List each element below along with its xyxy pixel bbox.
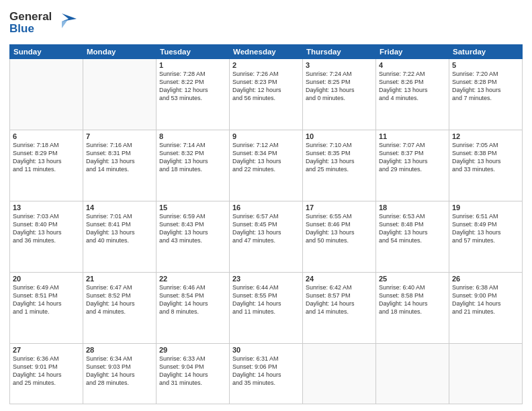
calendar-cell <box>303 343 376 404</box>
cell-info: Sunrise: 6:44 AMSunset: 8:55 PMDaylight:… <box>232 283 300 316</box>
calendar-cell: 21Sunrise: 6:47 AMSunset: 8:52 PMDayligh… <box>83 272 157 343</box>
svg-text:General: General <box>9 10 52 23</box>
col-header-wednesday: Wednesday <box>230 45 303 59</box>
day-number: 7 <box>86 132 153 140</box>
col-header-friday: Friday <box>376 45 449 59</box>
calendar-cell: 12Sunrise: 7:05 AMSunset: 8:38 PMDayligh… <box>449 130 523 201</box>
day-number: 22 <box>159 275 226 283</box>
calendar-cell: 25Sunrise: 6:40 AMSunset: 8:58 PMDayligh… <box>376 272 449 343</box>
week-row-2: 6Sunrise: 7:18 AMSunset: 8:29 PMDaylight… <box>10 130 523 201</box>
cell-info: Sunrise: 7:07 AMSunset: 8:37 PMDaylight:… <box>379 141 446 174</box>
cell-info: Sunrise: 7:12 AMSunset: 8:34 PMDaylight:… <box>232 141 300 174</box>
calendar-cell <box>376 343 449 404</box>
calendar-cell: 24Sunrise: 6:42 AMSunset: 8:57 PMDayligh… <box>303 272 376 343</box>
cell-info: Sunrise: 6:40 AMSunset: 8:58 PMDaylight:… <box>379 283 446 316</box>
cell-info: Sunrise: 7:05 AMSunset: 8:38 PMDaylight:… <box>452 141 519 174</box>
calendar-cell: 22Sunrise: 6:46 AMSunset: 8:54 PMDayligh… <box>157 272 230 343</box>
calendar-cell: 27Sunrise: 6:36 AMSunset: 9:01 PMDayligh… <box>10 343 83 404</box>
week-row-1: 1Sunrise: 7:28 AMSunset: 8:22 PMDaylight… <box>10 59 523 130</box>
cell-info: Sunrise: 6:38 AMSunset: 9:00 PMDaylight:… <box>452 283 519 316</box>
logo-text: General Blue <box>9 7 83 39</box>
col-header-thursday: Thursday <box>303 45 376 59</box>
calendar-cell: 30Sunrise: 6:31 AMSunset: 9:06 PMDayligh… <box>230 343 303 404</box>
day-number: 10 <box>306 132 373 140</box>
cell-info: Sunrise: 6:55 AMSunset: 8:46 PMDaylight:… <box>306 212 373 245</box>
cell-info: Sunrise: 7:10 AMSunset: 8:35 PMDaylight:… <box>306 141 373 174</box>
cell-info: Sunrise: 6:33 AMSunset: 9:04 PMDaylight:… <box>159 355 226 387</box>
svg-text:Blue: Blue <box>9 22 34 35</box>
day-number: 8 <box>159 132 226 140</box>
day-number: 2 <box>232 61 300 69</box>
day-number: 14 <box>86 203 153 212</box>
day-number: 20 <box>13 275 80 283</box>
day-number: 9 <box>232 132 300 140</box>
calendar-cell: 1Sunrise: 7:28 AMSunset: 8:22 PMDaylight… <box>157 59 230 130</box>
calendar-cell: 18Sunrise: 6:53 AMSunset: 8:48 PMDayligh… <box>376 201 449 272</box>
calendar-cell: 2Sunrise: 7:26 AMSunset: 8:23 PMDaylight… <box>230 59 303 130</box>
calendar-body: 1Sunrise: 7:28 AMSunset: 8:22 PMDaylight… <box>10 59 523 404</box>
cell-info: Sunrise: 7:28 AMSunset: 8:22 PMDaylight:… <box>159 70 226 103</box>
calendar-cell: 10Sunrise: 7:10 AMSunset: 8:35 PMDayligh… <box>303 130 376 201</box>
calendar-cell: 23Sunrise: 6:44 AMSunset: 8:55 PMDayligh… <box>230 272 303 343</box>
calendar-cell: 8Sunrise: 7:14 AMSunset: 8:32 PMDaylight… <box>157 130 230 201</box>
day-number: 24 <box>306 275 373 283</box>
day-number: 1 <box>159 61 226 69</box>
cell-info: Sunrise: 6:49 AMSunset: 8:51 PMDaylight:… <box>13 283 80 316</box>
col-header-monday: Monday <box>83 45 157 59</box>
calendar-cell: 3Sunrise: 7:24 AMSunset: 8:25 PMDaylight… <box>303 59 376 130</box>
cell-info: Sunrise: 6:42 AMSunset: 8:57 PMDaylight:… <box>306 283 373 316</box>
day-number: 11 <box>379 132 446 140</box>
week-row-4: 20Sunrise: 6:49 AMSunset: 8:51 PMDayligh… <box>10 272 523 343</box>
calendar-cell: 26Sunrise: 6:38 AMSunset: 9:00 PMDayligh… <box>449 272 523 343</box>
cell-info: Sunrise: 7:16 AMSunset: 8:31 PMDaylight:… <box>86 141 153 174</box>
col-header-saturday: Saturday <box>449 45 523 59</box>
logo: General Blue <box>9 7 83 39</box>
calendar-cell: 28Sunrise: 6:34 AMSunset: 9:03 PMDayligh… <box>83 343 157 404</box>
cell-info: Sunrise: 6:47 AMSunset: 8:52 PMDaylight:… <box>86 283 153 316</box>
calendar-cell: 11Sunrise: 7:07 AMSunset: 8:37 PMDayligh… <box>376 130 449 201</box>
cell-info: Sunrise: 6:46 AMSunset: 8:54 PMDaylight:… <box>159 283 226 316</box>
day-number: 6 <box>13 132 80 140</box>
calendar-cell: 9Sunrise: 7:12 AMSunset: 8:34 PMDaylight… <box>230 130 303 201</box>
calendar-cell: 7Sunrise: 7:16 AMSunset: 8:31 PMDaylight… <box>83 130 157 201</box>
cell-info: Sunrise: 6:51 AMSunset: 8:49 PMDaylight:… <box>452 212 519 245</box>
cell-info: Sunrise: 7:26 AMSunset: 8:23 PMDaylight:… <box>232 70 300 103</box>
header: General Blue <box>9 7 523 39</box>
calendar-cell <box>449 343 523 404</box>
cell-info: Sunrise: 7:18 AMSunset: 8:29 PMDaylight:… <box>13 141 80 174</box>
calendar-table: SundayMondayTuesdayWednesdayThursdayFrid… <box>9 44 523 404</box>
svg-marker-2 <box>62 13 77 21</box>
calendar-cell <box>83 59 157 130</box>
day-number: 30 <box>232 346 300 354</box>
day-number: 17 <box>306 203 373 212</box>
calendar-cell: 6Sunrise: 7:18 AMSunset: 8:29 PMDaylight… <box>10 130 83 201</box>
cell-info: Sunrise: 6:34 AMSunset: 9:03 PMDaylight:… <box>86 355 153 387</box>
calendar-cell: 29Sunrise: 6:33 AMSunset: 9:04 PMDayligh… <box>157 343 230 404</box>
cell-info: Sunrise: 7:22 AMSunset: 8:26 PMDaylight:… <box>379 70 446 103</box>
col-header-sunday: Sunday <box>10 45 83 59</box>
cell-info: Sunrise: 6:57 AMSunset: 8:45 PMDaylight:… <box>232 212 300 245</box>
calendar-cell <box>10 59 83 130</box>
day-number: 26 <box>452 275 519 283</box>
day-number: 25 <box>379 275 446 283</box>
cell-info: Sunrise: 6:59 AMSunset: 8:43 PMDaylight:… <box>159 212 226 245</box>
cell-info: Sunrise: 7:03 AMSunset: 8:40 PMDaylight:… <box>13 212 80 245</box>
day-number: 27 <box>13 346 80 354</box>
day-number: 19 <box>452 203 519 212</box>
day-number: 3 <box>306 61 373 69</box>
cell-info: Sunrise: 7:24 AMSunset: 8:25 PMDaylight:… <box>306 70 373 103</box>
col-header-tuesday: Tuesday <box>157 45 230 59</box>
day-number: 29 <box>159 346 226 354</box>
day-number: 5 <box>452 61 519 69</box>
calendar-cell: 16Sunrise: 6:57 AMSunset: 8:45 PMDayligh… <box>230 201 303 272</box>
calendar-header-row: SundayMondayTuesdayWednesdayThursdayFrid… <box>10 45 523 59</box>
day-number: 12 <box>452 132 519 140</box>
calendar-cell: 4Sunrise: 7:22 AMSunset: 8:26 PMDaylight… <box>376 59 449 130</box>
day-number: 23 <box>232 275 300 283</box>
cell-info: Sunrise: 7:14 AMSunset: 8:32 PMDaylight:… <box>159 141 226 174</box>
week-row-5: 27Sunrise: 6:36 AMSunset: 9:01 PMDayligh… <box>10 343 523 404</box>
cell-info: Sunrise: 6:36 AMSunset: 9:01 PMDaylight:… <box>13 355 80 387</box>
calendar-cell: 13Sunrise: 7:03 AMSunset: 8:40 PMDayligh… <box>10 201 83 272</box>
day-number: 28 <box>86 346 153 354</box>
page: General Blue SundayMondayTuesdayWednesda… <box>0 0 532 411</box>
